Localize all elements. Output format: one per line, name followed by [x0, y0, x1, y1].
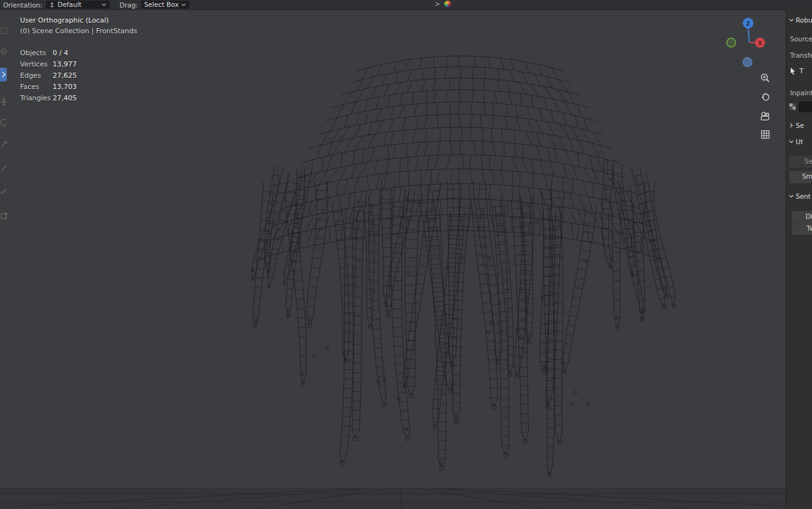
gizmo-z-label: Z: [746, 21, 751, 27]
cursor-tool-icon[interactable]: [0, 47, 8, 56]
inpaint-row: [789, 102, 812, 112]
chevron-down-icon: [181, 3, 186, 6]
disable-button[interactable]: Dis: [791, 211, 812, 223]
panel-subsection-open[interactable]: Ut: [789, 138, 803, 145]
gizmo-y-minus-ball[interactable]: [727, 38, 736, 47]
stat-row: Faces 13,703: [20, 81, 137, 92]
magnifier-plus-icon: [760, 73, 771, 83]
sidebar-panel: Robu Source Transfe T Inpaint Se Ut Sele…: [786, 9, 812, 509]
pan-button[interactable]: [757, 89, 773, 104]
tool-settings-bar: Orientation: Default Drag: Select Box >: [0, 0, 812, 10]
breadcrumb-chevron: >: [435, 1, 440, 8]
panel-subsection-collapsed[interactable]: Se: [789, 122, 804, 129]
scale-tool-icon[interactable]: [0, 140, 8, 149]
chevron-down-icon: [102, 3, 107, 6]
toggle-ortho-button[interactable]: [757, 127, 773, 142]
orientation-label: Orientation:: [3, 1, 43, 9]
orientation-dropdown[interactable]: Default: [46, 1, 110, 9]
drag-value: Select Box: [144, 1, 179, 9]
section-title: Sent: [796, 192, 811, 200]
subsection-title: Ut: [796, 138, 803, 145]
stat-value: 13,703: [53, 83, 77, 91]
3d-viewport[interactable]: User Orthographic (Local) (0) Scene Coll…: [0, 9, 786, 509]
chevron-down-icon: [789, 194, 794, 199]
stat-row: Vertices 13,977: [20, 58, 137, 70]
view-mode-label: User Orthographic (Local): [20, 16, 137, 24]
stat-value: 27,625: [53, 71, 77, 80]
chevron-down-icon: [789, 139, 794, 144]
drag-dropdown[interactable]: Select Box: [141, 1, 189, 9]
header-breadcrumb: >: [435, 1, 451, 8]
section-title: Robu: [796, 16, 812, 24]
orientation-value: Default: [58, 1, 99, 9]
stat-value: 27,405: [53, 94, 77, 102]
toolbar-collapsed: [0, 9, 9, 235]
measure-tool-icon[interactable]: [0, 187, 8, 196]
inpaint-label: Inpaint: [790, 89, 812, 97]
add-primitive-tool-icon[interactable]: [0, 211, 8, 221]
stat-row: Objects 0 / 4: [20, 47, 137, 58]
chevron-right-icon: [1, 71, 6, 78]
panel-section-bottom[interactable]: Sent: [789, 192, 811, 200]
stat-value: 13,977: [53, 60, 77, 68]
active-collection-label: (0) Scene Collection | FrontStands: [20, 27, 137, 35]
stat-label: Faces: [20, 83, 53, 91]
stat-label: Edges: [20, 71, 53, 80]
transfer-enum-value: T: [799, 67, 803, 75]
select-box-tool-icon[interactable]: [0, 26, 8, 36]
rotate-tool-icon[interactable]: [0, 118, 8, 127]
zoom-button[interactable]: [757, 70, 773, 85]
annotate-tool-icon[interactable]: [0, 164, 8, 174]
viewport-info-overlay: User Orthographic (Local) (0) Scene Coll…: [20, 16, 137, 103]
orientation-icon: [49, 2, 55, 8]
gizmo-z-minus-ball[interactable]: [743, 58, 752, 66]
select-button[interactable]: Sele: [789, 155, 812, 168]
panel-section-top[interactable]: Robu: [789, 16, 812, 24]
stat-label: Objects: [20, 49, 53, 57]
inpaint-input-field[interactable]: [799, 102, 812, 112]
stat-row: Triangles 27,405: [20, 92, 137, 103]
stat-label: Vertices: [20, 60, 53, 68]
stat-label: Triangles: [20, 94, 53, 102]
camera-icon: [759, 111, 771, 122]
subsection-title: Se: [796, 122, 804, 129]
sources-label: Source: [790, 35, 812, 43]
preview-sphere-icon[interactable]: [444, 1, 451, 8]
navigation-gizmo[interactable]: Z X: [721, 16, 777, 72]
camera-view-button[interactable]: [757, 108, 773, 123]
chevron-right-icon: [789, 123, 794, 128]
hand-icon: [760, 92, 771, 102]
grid-icon: [760, 129, 771, 140]
toolbar-expand-button[interactable]: [0, 68, 7, 81]
gizmo-x-label: X: [758, 41, 763, 46]
drag-label: Drag:: [120, 1, 138, 9]
stat-row: Edges 27,625: [20, 70, 137, 81]
move-tool-icon[interactable]: [0, 97, 8, 107]
chevron-down-icon: [789, 18, 794, 23]
twist-button[interactable]: Tw: [791, 223, 812, 235]
mouse-cursor-icon: [789, 67, 796, 75]
scene-statistics: Objects 0 / 4 Vertices 13,977 Edges 27,6…: [20, 47, 137, 103]
checker-texture-icon: [789, 103, 797, 111]
smooth-button[interactable]: Smoo: [789, 171, 812, 184]
blender-window: Orientation: Default Drag: Select Box >: [0, 0, 812, 509]
transfer-label: Transfe: [790, 51, 812, 59]
transfer-enum-field[interactable]: T: [789, 65, 803, 76]
stat-value: 0 / 4: [53, 49, 68, 57]
